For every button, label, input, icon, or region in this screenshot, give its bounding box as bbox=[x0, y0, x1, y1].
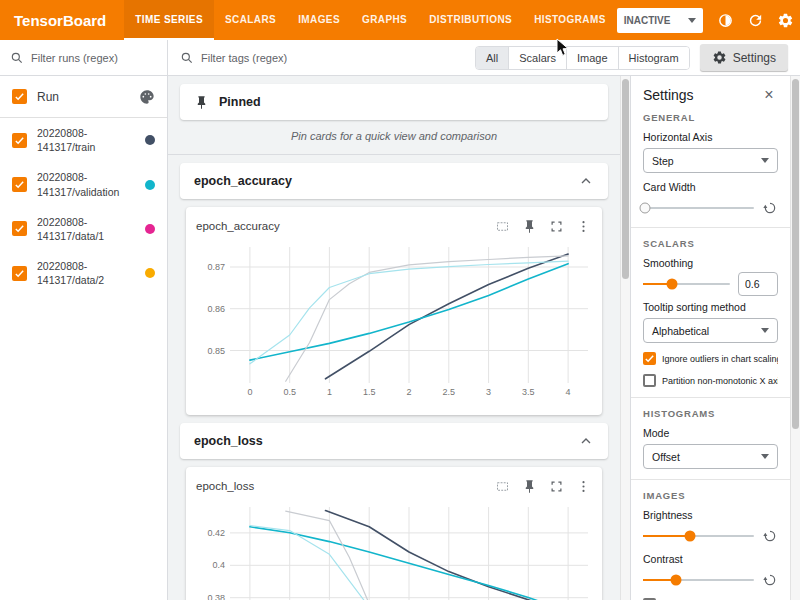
run-checkbox[interactable] bbox=[12, 133, 27, 148]
fit-domain-button[interactable] bbox=[493, 217, 511, 235]
reset-contrast-button[interactable] bbox=[762, 572, 778, 588]
section-header-epoch-accuracy[interactable]: epoch_accuracy bbox=[180, 163, 608, 199]
settings-panel-title: Settings bbox=[643, 87, 694, 103]
run-checkbox[interactable] bbox=[12, 221, 27, 236]
theme-toggle-button[interactable] bbox=[713, 7, 739, 33]
tag-type-filter-group: All Scalars Image Histogram bbox=[475, 46, 690, 70]
more-options-button[interactable] bbox=[574, 217, 592, 235]
run-name: 20220808-141317/validation bbox=[37, 170, 135, 198]
card-width-row bbox=[643, 199, 778, 217]
fullscreen-button[interactable] bbox=[547, 217, 565, 235]
settings-panel-toggle-button[interactable]: Settings bbox=[700, 44, 788, 71]
section-header-epoch-loss[interactable]: epoch_loss bbox=[180, 423, 608, 459]
refresh-button[interactable] bbox=[743, 7, 769, 33]
scalar-card-epoch-loss: epoch_loss bbox=[186, 467, 602, 600]
palette-icon[interactable] bbox=[139, 89, 155, 105]
chip-image[interactable]: Image bbox=[567, 47, 619, 69]
close-settings-button[interactable]: × bbox=[760, 86, 778, 104]
divider bbox=[631, 397, 790, 398]
chart-card-actions bbox=[493, 217, 592, 235]
run-color-dot bbox=[145, 224, 155, 234]
run-name: 20220808-141317/train bbox=[37, 126, 135, 154]
topbar-icon-group: ? bbox=[713, 7, 800, 33]
chip-histogram[interactable]: Histogram bbox=[619, 47, 689, 69]
settings-section-general: GENERAL bbox=[643, 112, 778, 123]
reset-brightness-button[interactable] bbox=[762, 528, 778, 544]
svg-text:1: 1 bbox=[327, 387, 332, 397]
chip-all[interactable]: All bbox=[476, 47, 509, 69]
partition-x-axis-checkbox[interactable] bbox=[643, 374, 656, 387]
chip-scalars[interactable]: Scalars bbox=[509, 47, 567, 69]
chart-title: epoch_loss bbox=[196, 480, 254, 492]
more-options-button[interactable] bbox=[574, 477, 592, 495]
tooltip-sorting-select[interactable]: Alphabetical bbox=[643, 318, 778, 343]
tab-scalars[interactable]: SCALARS bbox=[214, 0, 287, 40]
pin-icon bbox=[522, 219, 537, 234]
gear-icon bbox=[777, 12, 794, 29]
fullscreen-button[interactable] bbox=[547, 477, 565, 495]
section-title: epoch_loss bbox=[194, 434, 263, 448]
tab-images[interactable]: IMAGES bbox=[287, 0, 351, 40]
partition-x-axis-row[interactable]: Partition non-monotonic X axis bbox=[643, 374, 778, 387]
smoothing-label: Smoothing bbox=[643, 257, 778, 269]
runs-sidebar: Run 20220808-141317/train 20220808-14131… bbox=[0, 76, 168, 600]
runs-header-row: Run bbox=[0, 76, 167, 118]
contrast-slider[interactable] bbox=[643, 579, 754, 581]
main-nav: TIME SERIES SCALARS IMAGES GRAPHS DISTRI… bbox=[124, 0, 617, 40]
tab-histograms[interactable]: HISTOGRAMS bbox=[523, 0, 617, 40]
tab-distributions[interactable]: DISTRIBUTIONS bbox=[418, 0, 523, 40]
run-list-item[interactable]: 20220808-141317/data/2 bbox=[0, 251, 167, 295]
window-scrollbar[interactable] bbox=[790, 76, 800, 600]
ignore-outliers-row[interactable]: Ignore outliers in chart scaling bbox=[643, 352, 778, 365]
epoch-accuracy-chart[interactable]: 00.511.522.533.540.850.860.87 bbox=[196, 239, 596, 403]
smoothing-slider[interactable] bbox=[643, 283, 730, 285]
card-width-slider[interactable] bbox=[643, 207, 754, 209]
svg-text:0.85: 0.85 bbox=[207, 346, 225, 356]
chevron-up-icon bbox=[578, 433, 594, 449]
ignore-outliers-checkbox[interactable] bbox=[643, 352, 656, 365]
search-icon bbox=[10, 51, 24, 65]
tab-time-series[interactable]: TIME SERIES bbox=[124, 0, 214, 40]
run-checkbox[interactable] bbox=[12, 266, 27, 281]
pinned-section-header: Pinned bbox=[180, 84, 608, 120]
tab-graphs[interactable]: GRAPHS bbox=[351, 0, 418, 40]
filter-runs-input[interactable] bbox=[31, 52, 157, 64]
chevron-down-icon bbox=[761, 454, 769, 459]
fit-domain-icon bbox=[495, 479, 510, 494]
reload-status-dropdown[interactable]: INACTIVE bbox=[617, 8, 703, 33]
pinned-title: Pinned bbox=[219, 95, 261, 109]
main-scrollbar-thumb[interactable] bbox=[622, 79, 629, 279]
smoothing-value-input[interactable] bbox=[738, 272, 778, 296]
chart-title: epoch_accuracy bbox=[196, 220, 280, 232]
fit-domain-button[interactable] bbox=[493, 477, 511, 495]
cards-main-area: Pinned Pin cards for a quick view and co… bbox=[168, 76, 620, 600]
reset-card-width-button[interactable] bbox=[762, 200, 778, 216]
histogram-mode-select[interactable]: Offset bbox=[643, 444, 778, 469]
chevron-down-icon bbox=[761, 158, 769, 163]
select-all-runs-checkbox[interactable] bbox=[12, 89, 27, 104]
epoch-loss-chart[interactable]: 00.511.522.533.540.360.380.40.42 bbox=[196, 499, 596, 600]
svg-text:3: 3 bbox=[486, 387, 491, 397]
run-list-item[interactable]: 20220808-141317/data/1 bbox=[0, 207, 167, 251]
theme-icon bbox=[717, 12, 734, 29]
horizontal-axis-label: Horizontal Axis bbox=[643, 131, 778, 143]
horizontal-axis-select[interactable]: Step bbox=[643, 148, 778, 173]
run-list-item[interactable]: 20220808-141317/train bbox=[0, 118, 167, 162]
pin-card-button[interactable] bbox=[520, 477, 538, 495]
run-checkbox[interactable] bbox=[12, 177, 27, 192]
svg-text:0.5: 0.5 bbox=[283, 387, 296, 397]
global-settings-button[interactable] bbox=[773, 7, 799, 33]
brightness-slider[interactable] bbox=[643, 535, 754, 537]
svg-text:3.5: 3.5 bbox=[522, 387, 535, 397]
histogram-mode-value: Offset bbox=[652, 451, 680, 463]
main-scrollbar[interactable] bbox=[620, 76, 630, 600]
run-list-item[interactable]: 20220808-141317/validation bbox=[0, 162, 167, 206]
pin-card-button[interactable] bbox=[520, 217, 538, 235]
window-scrollbar-thumb[interactable] bbox=[792, 79, 799, 429]
app-title: TensorBoard bbox=[0, 12, 124, 29]
smoothing-row bbox=[643, 275, 778, 293]
refresh-icon bbox=[747, 12, 764, 29]
contrast-row bbox=[643, 571, 778, 589]
filter-tags-input[interactable] bbox=[201, 52, 465, 64]
chevron-up-icon bbox=[578, 173, 594, 189]
